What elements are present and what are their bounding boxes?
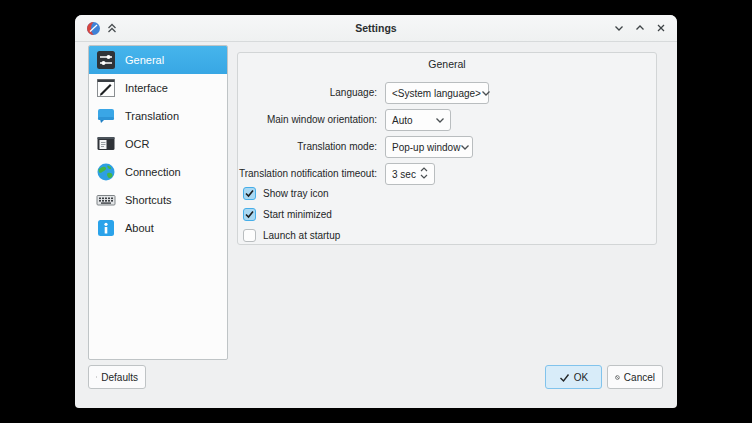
ok-button-label: OK: [574, 372, 588, 383]
sidebar-item-label: Translation: [125, 110, 179, 122]
translation-mode-row: Translation mode: Pop-up window: [238, 136, 656, 158]
translation-mode-combobox[interactable]: Pop-up window: [385, 136, 473, 158]
check-icon: [244, 209, 255, 220]
show-tray-icon-checkbox[interactable]: Show tray icon: [243, 186, 329, 200]
language-combobox[interactable]: <System language>: [385, 82, 489, 104]
combobox-value: Pop-up window: [386, 142, 460, 153]
window-controls: [612, 21, 668, 35]
chevron-up-icon: [420, 167, 428, 172]
combobox-value: <System language>: [386, 88, 481, 99]
checkbox-label: Show tray icon: [263, 188, 329, 199]
notification-timeout-spinbox[interactable]: 3 sec: [385, 163, 435, 185]
sidebar-item-label: Interface: [125, 82, 168, 94]
spinner-arrows: [420, 167, 428, 179]
check-icon: [559, 372, 570, 383]
cancel-button[interactable]: Cancel: [607, 365, 663, 389]
general-groupbox: General Language: <System language> Main…: [237, 52, 657, 245]
language-label: Language:: [330, 82, 377, 104]
orientation-label: Main window orientation:: [267, 109, 377, 131]
start-minimized-checkbox[interactable]: Start minimized: [243, 207, 332, 221]
chevron-down-icon: [481, 90, 491, 97]
desktop-background: Settings: [0, 0, 752, 423]
launch-at-startup-checkbox[interactable]: Launch at startup: [243, 228, 340, 242]
sidebar-item-connection[interactable]: Connection: [89, 158, 227, 186]
sidebar-item-label: General: [125, 54, 164, 66]
chevron-down-icon: [435, 117, 445, 124]
checkbox-box: [243, 208, 256, 221]
sidebar-item-about[interactable]: About: [89, 214, 227, 242]
interface-icon: [95, 77, 117, 99]
settings-category-list: General Interface: [88, 45, 228, 360]
maximize-button[interactable]: [633, 21, 647, 35]
ocr-icon: [95, 133, 117, 155]
orientation-row: Main window orientation: Auto: [238, 109, 656, 131]
ok-button[interactable]: OK: [545, 365, 602, 389]
minimize-button[interactable]: [612, 21, 626, 35]
window-title: Settings: [75, 15, 677, 42]
close-icon[interactable]: [654, 21, 668, 35]
connection-icon: [95, 161, 117, 183]
chevron-down-icon: [420, 174, 428, 179]
notification-timeout-row: Translation notification timeout: 3 sec: [238, 163, 656, 185]
sidebar-item-shortcuts[interactable]: Shortcuts: [89, 186, 227, 214]
cancel-button-label: Cancel: [624, 372, 655, 383]
defaults-button[interactable]: Defaults: [88, 365, 146, 389]
titlebar[interactable]: Settings: [75, 15, 677, 42]
translation-icon: [95, 105, 117, 127]
sidebar-item-label: Shortcuts: [125, 194, 171, 206]
sidebar-item-general[interactable]: General: [89, 46, 227, 74]
checkbox-label: Start minimized: [263, 209, 332, 220]
sidebar-item-label: Connection: [125, 166, 181, 178]
settings-window: Settings: [75, 15, 677, 408]
checkbox-box: [243, 187, 256, 200]
about-info-icon: [95, 217, 117, 239]
groupbox-title: General: [238, 58, 656, 70]
sidebar-item-translation[interactable]: Translation: [89, 102, 227, 130]
translation-mode-label: Translation mode:: [297, 136, 377, 158]
orientation-combobox[interactable]: Auto: [385, 109, 451, 131]
language-row: Language: <System language>: [238, 82, 656, 104]
sidebar-item-interface[interactable]: Interface: [89, 74, 227, 102]
sidebar-item-ocr[interactable]: OCR: [89, 130, 227, 158]
checkbox-box: [243, 229, 256, 242]
checkbox-label: Launch at startup: [263, 230, 340, 241]
shortcuts-icon: [95, 189, 117, 211]
notification-timeout-label: Translation notification timeout:: [239, 163, 377, 185]
combobox-value: Auto: [386, 115, 435, 126]
restore-defaults-icon: [96, 371, 97, 383]
check-icon: [244, 188, 255, 199]
sidebar-item-label: About: [125, 222, 154, 234]
configure-icon: [95, 49, 117, 71]
cancel-icon: [615, 372, 620, 383]
chevron-down-icon: [460, 144, 470, 151]
sidebar-item-label: OCR: [125, 138, 149, 150]
defaults-button-label: Defaults: [101, 372, 138, 383]
